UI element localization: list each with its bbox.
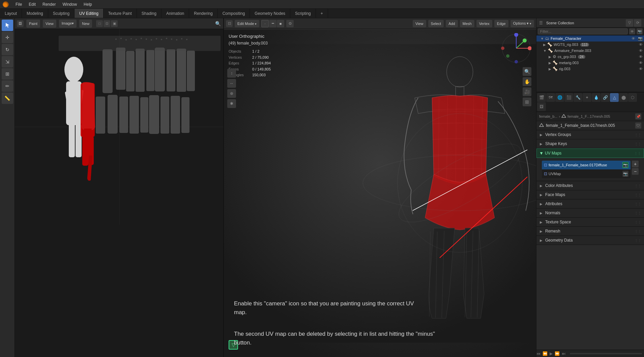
vp3d-select-btn[interactable]: Select: [428, 20, 444, 27]
tab-shading[interactable]: Shading: [137, 9, 162, 18]
rem-menu-icon[interactable]: ⋮⋮: [635, 228, 641, 234]
pi-tab-world[interactable]: 🌐: [555, 93, 564, 102]
menu-file[interactable]: File: [14, 1, 23, 7]
uv-remove-button[interactable]: −: [632, 168, 639, 175]
pin-icon[interactable]: 📌: [635, 113, 641, 119]
nav-gizmo[interactable]: X Y Z: [501, 33, 531, 63]
shape-keys-header[interactable]: ▶ Shape Keys ⋮⋮: [536, 139, 644, 148]
ts-menu-icon[interactable]: ⋮⋮: [635, 219, 641, 225]
pi-tab-particles[interactable]: ✦: [583, 93, 591, 102]
uvm-menu-icon[interactable]: ⋮⋮: [635, 150, 640, 156]
vp3d-editor-icon[interactable]: ⊡: [226, 20, 233, 27]
outliner-filter-input[interactable]: [538, 28, 628, 34]
vp3d-options-btn[interactable]: Options ▾: [510, 20, 534, 27]
item-render-dot[interactable]: 📷: [638, 36, 643, 41]
viewport-grid-icon[interactable]: ⊞: [523, 98, 531, 106]
outline-item-metarig[interactable]: ▶ 🦴 metarig.003 👁: [536, 60, 644, 66]
pi-tab-texture[interactable]: 🖼: [537, 102, 546, 111]
item-eye-icon-4[interactable]: 👁: [639, 55, 643, 59]
viewport-hand-icon[interactable]: ✋: [523, 77, 531, 86]
mesh-name-text[interactable]: female_1_Female_base.017mesh.005: [546, 123, 615, 128]
menu-render[interactable]: Render: [41, 1, 57, 7]
outline-item-wgts[interactable]: ▶ 🦴 WGTS_rig.003 113 👁: [536, 42, 644, 48]
tab-layout[interactable]: Layout: [0, 9, 22, 18]
vp3d-tool-4[interactable]: ✱: [227, 99, 236, 108]
timeline-bar[interactable]: [570, 353, 642, 354]
playback-next-icon[interactable]: ⏩: [555, 351, 560, 356]
breadcrumb-1[interactable]: female_b...: [539, 114, 557, 118]
remesh-header[interactable]: ▶ Remesh ⋮⋮: [536, 227, 644, 236]
pi-tab-physics[interactable]: 💧: [592, 93, 601, 102]
item-eye-icon-6[interactable]: 👁: [639, 67, 643, 71]
vp3d-tool-1[interactable]: ↕: [227, 69, 236, 78]
fm-menu-icon[interactable]: ⋮⋮: [635, 192, 641, 197]
outline-item-rig[interactable]: ▶ 🦴 rig.003 👁: [536, 66, 644, 72]
vg-menu-icon[interactable]: ⋮⋮: [635, 132, 641, 137]
select-edges-btn[interactable]: ━: [269, 20, 276, 27]
uv-icon-btn-3[interactable]: ▣: [111, 20, 118, 27]
item-eye-icon-5[interactable]: 👁: [639, 61, 643, 65]
uv-map-item-2[interactable]: ⊡ UVMap 📷: [542, 169, 631, 178]
select-faces-btn[interactable]: ■: [277, 20, 284, 27]
tab-modeling[interactable]: Modeling: [22, 9, 48, 18]
attributes-header[interactable]: ▶ Attributes ⋮⋮: [536, 199, 644, 208]
outline-item-female-character[interactable]: ▼ 🗂 Female_Character 👁 📷: [536, 35, 644, 42]
menu-window[interactable]: Window: [61, 1, 78, 7]
menu-help[interactable]: Help: [82, 1, 93, 7]
outliner-sync-btn[interactable]: ⟳: [634, 19, 641, 27]
item-eye-icon-3[interactable]: 👁: [639, 49, 643, 53]
gd-menu-icon[interactable]: ⋮⋮: [635, 238, 641, 243]
pi-tab-object[interactable]: ⬛: [564, 93, 573, 102]
uv-add-button[interactable]: +: [632, 161, 639, 167]
tool-move[interactable]: ✛: [2, 32, 13, 43]
pi-tab-constraints[interactable]: 🔗: [601, 93, 610, 102]
pi-tab-view-layer[interactable]: 🗺: [546, 93, 555, 102]
pi-tab-modifiers[interactable]: 🔧: [574, 93, 582, 102]
uv-maps-header[interactable]: ▶ UV Maps ⋮⋮: [536, 148, 644, 158]
vp3d-vertex-btn[interactable]: Vertex: [476, 20, 492, 27]
vp3d-mode-btn[interactable]: Edit Mode: [235, 20, 259, 27]
uv-zoom-icon[interactable]: 🔍: [214, 20, 221, 27]
tool-cursor[interactable]: [2, 20, 13, 31]
vp3d-view-btn[interactable]: View: [413, 20, 426, 27]
face-maps-header[interactable]: ▶ Face Maps ⋮⋮: [536, 190, 644, 199]
proportional-editing-btn[interactable]: ⊙: [286, 20, 294, 27]
vp3d-tool-2[interactable]: ↔: [227, 79, 236, 88]
uv-image-btn[interactable]: Image▾: [59, 20, 77, 28]
uv-icon-btn-1[interactable]: □: [96, 20, 103, 27]
viewport-zoom-icon[interactable]: 🔍: [523, 67, 531, 76]
tool-annotate[interactable]: ✏: [2, 80, 13, 92]
select-vertices-btn[interactable]: ·: [261, 20, 269, 27]
outliner-render-icon[interactable]: 📷: [637, 28, 643, 34]
tab-geometry-nodes[interactable]: Geometry Nodes: [250, 9, 290, 18]
viewport-camera-icon[interactable]: 🎥: [523, 87, 531, 96]
uv-view-btn[interactable]: View: [43, 20, 56, 28]
attr-menu-icon[interactable]: ⋮⋮: [635, 201, 641, 207]
tab-sculpting[interactable]: Sculpting: [48, 9, 75, 18]
uv-paint-btn[interactable]: Paint: [26, 20, 40, 28]
tab-rendering[interactable]: Rendering: [189, 9, 217, 18]
tab-animation[interactable]: Animation: [162, 9, 189, 18]
sk-menu-icon[interactable]: ⋮⋮: [635, 141, 641, 146]
vp3d-mesh-btn[interactable]: Mesh: [460, 20, 474, 27]
outliner-filter-btn[interactable]: ▽: [626, 19, 633, 27]
uv-new-btn[interactable]: New: [79, 20, 92, 28]
playback-end-icon[interactable]: ⏭: [562, 351, 566, 356]
tab-add[interactable]: +: [316, 9, 328, 18]
pi-tab-shader[interactable]: ⬡: [628, 93, 637, 102]
normals-header[interactable]: ▶ Normals ⋮⋮: [536, 209, 644, 217]
uv-map-item-1[interactable]: ⊡ female_1_Female_base.017Diffuse 📷: [542, 161, 631, 169]
uv-canvas[interactable]: [15, 29, 223, 225]
tool-measure[interactable]: 📏: [2, 92, 13, 104]
item-eye-icon-2[interactable]: 👁: [639, 43, 643, 47]
outline-item-armature[interactable]: ▼ 🦴 Armature_Female.003 👁: [536, 48, 644, 54]
vp3d-tool-3[interactable]: ⊕: [227, 89, 236, 98]
viewport-3d[interactable]: ⊡ Edit Mode · ━ ■ ⊙ View Select Add Mesh…: [224, 18, 536, 357]
uv-icon-btn-2[interactable]: ⊡: [104, 20, 110, 27]
pi-tab-material[interactable]: ⬤: [619, 93, 628, 102]
tab-scripting[interactable]: Scripting: [290, 9, 316, 18]
playback-play-icon[interactable]: ▶: [550, 351, 553, 356]
outliner-eye-icon[interactable]: 👁: [629, 28, 635, 34]
menu-edit[interactable]: Edit: [27, 1, 37, 7]
tool-scale[interactable]: ⇲: [2, 56, 13, 67]
